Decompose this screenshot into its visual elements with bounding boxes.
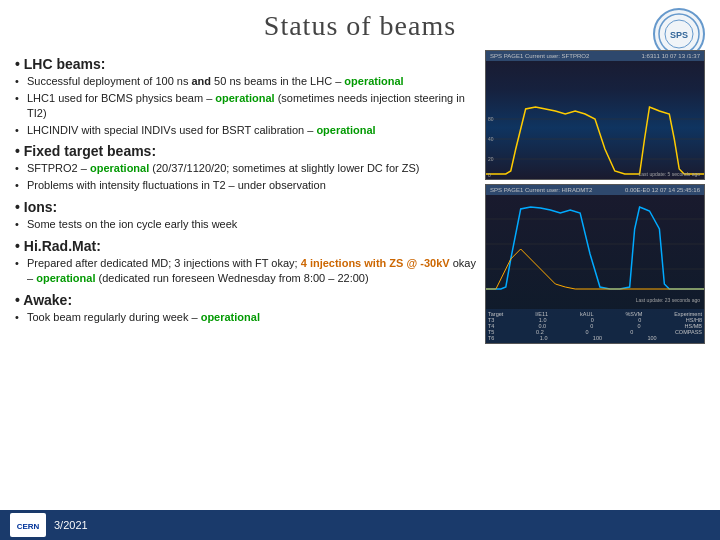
list-item: Some tests on the ion cycle early this w…	[15, 217, 477, 232]
chart-area-1: 0 20 40 80	[486, 99, 704, 179]
chart-svg-1: 0 20 40 80	[486, 99, 704, 179]
screenshot-2-update: Last update: 23 seconds ago	[636, 297, 700, 303]
section-fixed: • Fixed target beams: SFTPRO2 – operatio…	[15, 143, 477, 193]
content-wrapper: • LHC beams: Successful deployment of 10…	[15, 50, 705, 344]
list-item: Prepared after dedicated MD; 3 injection…	[15, 256, 477, 286]
section-ions: • Ions: Some tests on the ion cycle earl…	[15, 199, 477, 232]
chart-area-2	[486, 199, 704, 294]
page-container: Status of beams SPS • LHC beams: Success…	[0, 0, 720, 540]
list-item: LHC1 used for BCMS physics beam – operat…	[15, 91, 477, 121]
screenshot-1-content: SPS PAGE1 Current user: SFTPRO2 1:6311 1…	[486, 51, 704, 179]
section-awake-header: • Awake:	[15, 292, 477, 308]
section-hiradmat: • Hi.Rad.Mat: Prepared after dedicated M…	[15, 238, 477, 286]
section-awake: • Awake: Took beam regularly during week…	[15, 292, 477, 325]
list-item: Took beam regularly during week – operat…	[15, 310, 477, 325]
screenshot-2-table: Target I/E11 kAUL %SVM Experiment T3 1.0…	[486, 309, 704, 343]
screenshot-1-time: 1:6311 10 07 13 /1:37	[642, 53, 700, 59]
screenshot-2-time: 0.00E-E0 12 07 14 25:45:16	[625, 187, 700, 193]
svg-text:0: 0	[488, 173, 491, 178]
status-badge: operational	[201, 311, 260, 323]
chart-svg-2	[486, 199, 704, 294]
lhc-list: Successful deployment of 100 ns and 50 n…	[15, 74, 477, 137]
svg-text:CERN: CERN	[17, 522, 40, 531]
hiradmat-list: Prepared after dedicated MD; 3 injection…	[15, 256, 477, 286]
highlight-text: 4 injections with ZS @ -30kV	[301, 257, 450, 269]
fixed-list: SFTPRO2 – operational (20/37/1120/20; so…	[15, 161, 477, 193]
section-lhc: • LHC beams: Successful deployment of 10…	[15, 56, 477, 137]
screenshot-1-topbar: SPS PAGE1 Current user: SFTPRO2 1:6311 1…	[486, 51, 704, 61]
svg-text:80: 80	[488, 117, 494, 122]
svg-text:40: 40	[488, 137, 494, 142]
screenshot-2-topbar: SPS PAGE1 Current user: HIRADMT2 0.00E-E…	[486, 185, 704, 195]
section-lhc-header: • LHC beams:	[15, 56, 477, 72]
table-data-row: T6 1.0 100 100	[488, 335, 702, 341]
status-badge: operational	[344, 75, 403, 87]
screenshot-2-label: SPS PAGE1 Current user: HIRADMT2	[490, 187, 592, 193]
left-column: • LHC beams: Successful deployment of 10…	[15, 50, 477, 344]
status-badge: operational	[90, 162, 149, 174]
cern-logo-svg: CERN	[12, 515, 44, 535]
ions-list: Some tests on the ion cycle early this w…	[15, 217, 477, 232]
cern-logo: CERN	[10, 513, 46, 537]
list-item: LHCINDIV with special INDIVs used for BS…	[15, 123, 477, 138]
screenshot-2: SPS PAGE1 Current user: HIRADMT2 0.00E-E…	[485, 184, 705, 344]
right-column: SPS PAGE1 Current user: SFTPRO2 1:6311 1…	[485, 50, 705, 344]
header: Status of beams SPS	[15, 10, 705, 42]
svg-text:SPS: SPS	[670, 30, 688, 40]
section-fixed-header: • Fixed target beams:	[15, 143, 477, 159]
status-badge: operational	[316, 124, 375, 136]
screenshot-1: SPS PAGE1 Current user: SFTPRO2 1:6311 1…	[485, 50, 705, 180]
footer-bar: CERN 3/2021	[0, 510, 720, 540]
status-badge: operational	[36, 272, 95, 284]
page-title: Status of beams	[15, 10, 705, 42]
section-ions-header: • Ions:	[15, 199, 477, 215]
list-item: Problems with intensity fluctuations in …	[15, 178, 477, 193]
awake-list: Took beam regularly during week – operat…	[15, 310, 477, 325]
screenshot-1-label: SPS PAGE1 Current user: SFTPRO2	[490, 53, 589, 59]
screenshot-1-update: Last update: 5 seconds ago	[639, 171, 700, 177]
svg-text:20: 20	[488, 157, 494, 162]
status-badge: operational	[215, 92, 274, 104]
footer-date: 3/2021	[54, 519, 88, 531]
screenshot-2-content: SPS PAGE1 Current user: HIRADMT2 0.00E-E…	[486, 185, 704, 343]
list-item: Successful deployment of 100 ns and 50 n…	[15, 74, 477, 89]
list-item: SFTPRO2 – operational (20/37/1120/20; so…	[15, 161, 477, 176]
section-hiradmat-header: • Hi.Rad.Mat:	[15, 238, 477, 254]
